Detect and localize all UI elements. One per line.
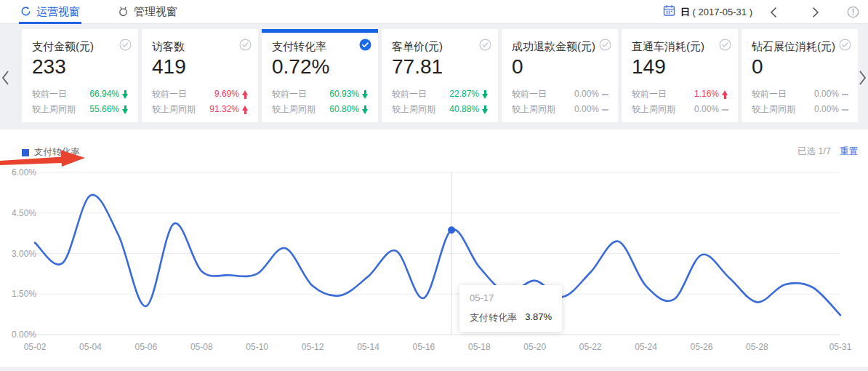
metric-card-payment-conversion-rate[interactable]: 支付转化率0.72%较前一日60.93%较上周同期60.80% [262,29,378,122]
prev-date-button[interactable] [752,7,795,18]
metric-card-refund-amount[interactable]: 成功退款金额(元)0较前一日0.00%较上周同期0.00% [502,29,618,122]
comparison-row: 较前一日60.93% [272,87,369,102]
comparison-label: 较上周同期 [632,102,675,117]
cards-scroll-right-button[interactable] [859,70,867,89]
metric-title: 钻石展位消耗(元) [752,39,848,54]
info-icon[interactable] [847,6,859,18]
comparison-value: 55.66% [89,102,119,117]
metric-card-customer-unit-price[interactable]: 客单价(元)77.81较前一日22.87%较上周同期40.88% [382,29,498,122]
metric-value: 0 [752,55,848,79]
metric-title: 成功退款金额(元) [512,39,608,54]
comparison-rows: 较前一日60.93%较上周同期60.80% [272,87,369,117]
metric-title: 支付转化率 [272,39,369,54]
down-arrow-icon [482,105,489,114]
comparison-value: 0.00% [814,87,839,102]
metric-title: 客单价(元) [392,39,489,54]
comparison-row: 较上周同期91.32% [152,102,249,117]
chart-tooltip: 05-17 支付转化率 3.87% [459,285,562,332]
up-arrow-icon [242,90,249,99]
tab-label: 运营视窗 [36,5,80,19]
metric-card-display-ad-cost[interactable]: 钻石展位消耗(元)0较前一日0.00%较上周同期0.00% [742,29,858,122]
check-icon[interactable] [479,39,491,54]
comparison-label: 较前一日 [272,87,307,102]
check-icon[interactable] [239,39,252,54]
comparison-value: 60.93% [329,87,359,102]
flat-dash-icon [602,94,608,95]
operations-view-icon [20,6,31,19]
date-period: 日 [680,7,690,17]
down-arrow-icon [122,90,129,99]
comparison-row: 较前一日0.00% [752,87,848,102]
comparison-row: 较前一日0.00% [512,87,608,102]
date-controls: 日 ( 2017-05-31 ) [663,0,859,24]
check-icon[interactable] [839,39,851,54]
metric-card-payment-amount[interactable]: 支付金额(元)233较前一日66.94%较上周同期55.66% [22,29,138,122]
down-arrow-icon [482,90,489,99]
flat-dash-icon [602,109,608,111]
metric-value: 149 [632,55,728,79]
flat-dash-icon [722,109,728,111]
metric-value: 0.72% [272,55,369,79]
check-icon-selected[interactable] [359,39,371,54]
comparison-rows: 较前一日66.94%较上周同期55.66% [32,87,129,117]
top-nav: 运营视窗 管理视窗 日 ( 2017-05-31 ) [0,0,868,24]
view-tabs: 运营视窗 管理视窗 [20,0,177,24]
tooltip-date: 05-17 [470,292,552,303]
date-display[interactable]: 日 ( 2017-05-31 ) [680,6,752,19]
comparison-row: 较上周同期60.80% [272,102,369,117]
check-icon[interactable] [599,39,611,54]
comparison-row: 较前一日1.16% [632,87,728,102]
comparison-value: 9.69% [214,87,239,102]
comparison-label: 较前一日 [512,87,547,102]
comparison-value: 60.80% [329,102,359,117]
comparison-label: 较上周同期 [152,102,196,117]
tooltip-value: 3.87% [525,311,552,324]
comparison-value: 0.00% [574,102,599,117]
comparison-value: 91.32% [209,102,239,117]
comparison-row: 较前一日22.87% [392,87,489,102]
comparison-label: 较前一日 [392,87,427,102]
comparison-row: 较前一日66.94% [32,87,129,102]
flat-dash-icon [842,94,848,95]
metric-card-paid-search-cost[interactable]: 直通车消耗(元)149较前一日1.16%较上周同期0.00% [622,29,738,122]
next-date-button[interactable] [795,7,837,18]
up-arrow-icon [722,90,728,99]
comparison-value: 66.94% [89,87,119,102]
legend-label: 支付转化率 [34,146,80,159]
comparison-label: 较前一日 [752,87,787,102]
down-arrow-icon [122,105,129,114]
legend-item-conversion-rate[interactable]: 支付转化率 [22,146,80,159]
metric-value: 77.81 [392,55,489,79]
check-icon[interactable] [119,39,132,54]
calendar-icon[interactable] [663,4,675,20]
tab-operations-view[interactable]: 运营视窗 [20,0,80,24]
comparison-label: 较上周同期 [272,102,316,117]
chart-panel [0,129,868,367]
tab-management-view[interactable]: 管理视窗 [118,0,177,24]
metric-title: 支付金额(元) [32,39,129,54]
comparison-value: 22.87% [449,87,479,102]
cards-scroll-left-button[interactable] [1,70,9,89]
comparison-label: 较前一日 [152,87,187,102]
check-icon[interactable] [719,39,731,54]
metric-title: 直通车消耗(元) [632,39,728,54]
legend-swatch-icon [22,149,29,156]
reset-link[interactable]: 重置 [840,146,858,156]
comparison-rows: 较前一日1.16%较上周同期0.00% [632,87,728,117]
comparison-rows: 较前一日0.00%较上周同期0.00% [752,87,848,117]
up-arrow-icon [242,105,249,114]
comparison-row: 较前一日9.69% [152,87,249,102]
management-view-icon [118,6,129,19]
tab-label: 管理视窗 [134,5,177,19]
metric-title: 访客数 [152,39,249,54]
comparison-row: 较上周同期0.00% [632,102,728,117]
tooltip-series-label: 支付转化率 [470,311,517,324]
comparison-label: 较上周同期 [752,102,795,117]
comparison-value: 0.00% [694,102,719,117]
comparison-label: 较前一日 [32,87,67,102]
metric-value: 419 [152,55,249,79]
metric-cards-row: 支付金额(元)233较前一日66.94%较上周同期55.66%访客数419较前一… [22,29,858,122]
metric-value: 0 [512,55,608,79]
metric-card-visitor-count[interactable]: 访客数419较前一日9.69%较上周同期91.32% [142,29,258,122]
date-value: ( 2017-05-31 ) [693,7,752,17]
